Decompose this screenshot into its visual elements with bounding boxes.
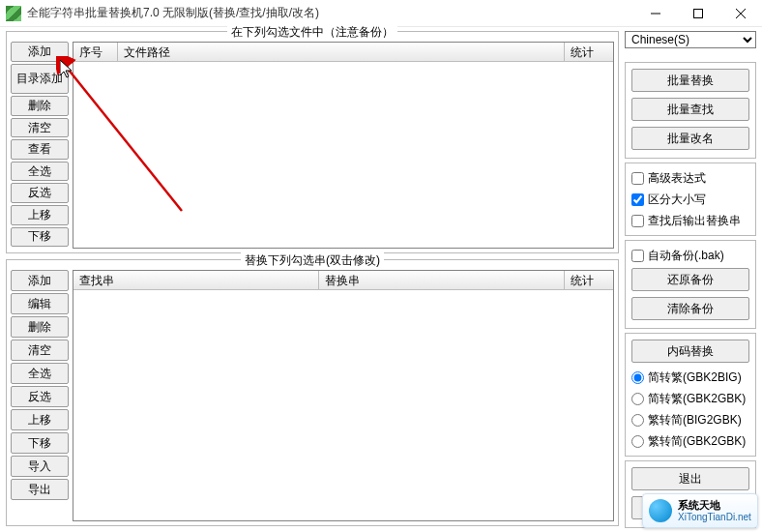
enc-big2gbk-radio[interactable]: 繁转简(BIG2GBK) <box>631 411 749 429</box>
string-button-stack: 添加 编辑 删除 清空 全选 反选 上移 下移 导入 导出 <box>11 270 69 521</box>
string-list-group: 替换下列勾选串(双击修改) 添加 编辑 删除 清空 全选 反选 上移 下移 导入… <box>6 259 619 526</box>
auto-backup-label: 自动备份(.bak) <box>648 248 724 264</box>
file-col-stats[interactable]: 统计 <box>565 43 613 62</box>
language-select[interactable]: Chinese(S) <box>625 31 756 48</box>
enc-big2gbk-input[interactable] <box>631 414 644 427</box>
file-add-button[interactable]: 添加 <box>11 42 69 62</box>
string-grid[interactable]: 查找串 替换串 统计 <box>73 270 614 521</box>
file-move-up-button[interactable]: 上移 <box>11 205 69 225</box>
enc-gbk2big-label: 简转繁(GBK2BIG) <box>648 369 742 386</box>
options-group: 高级表达式 区分大小写 查找后输出替换串 <box>625 163 756 236</box>
enc-gbk2gbk-radio[interactable]: 简转繁(GBK2GBK) <box>631 390 749 407</box>
string-move-down-button[interactable]: 下移 <box>11 432 69 454</box>
string-edit-button[interactable]: 编辑 <box>11 293 69 314</box>
string-grid-body[interactable] <box>73 290 613 520</box>
string-clear-button[interactable]: 清空 <box>11 340 69 361</box>
output-after-search-label: 查找后输出替换串 <box>648 213 741 229</box>
enc-gbk2gbk2-radio[interactable]: 繁转简(GBK2GBK) <box>631 432 749 450</box>
enc-gbk2gbk-label: 简转繁(GBK2GBK) <box>648 391 746 407</box>
watermark-badge: 系统天地 XiTongTianDi.net <box>642 493 758 528</box>
string-export-button[interactable]: 导出 <box>11 479 69 500</box>
file-grid[interactable]: 序号 文件路径 统计 <box>73 42 614 249</box>
string-import-button[interactable]: 导入 <box>11 456 69 477</box>
app-icon <box>6 6 21 21</box>
file-add-dir-button[interactable]: 目录添加 <box>11 64 69 95</box>
file-list-legend: 在下列勾选文件中（注意备份） <box>227 24 397 41</box>
backup-group: 自动备份(.bak) 还原备份 清除备份 <box>625 240 756 329</box>
enc-gbk2gbk2-input[interactable] <box>631 435 644 448</box>
adv-regex-input[interactable] <box>631 172 644 185</box>
close-button[interactable] <box>719 0 762 27</box>
file-move-down-button[interactable]: 下移 <box>11 227 69 248</box>
batch-search-button[interactable]: 批量查找 <box>631 98 749 121</box>
watermark-icon <box>649 499 672 522</box>
file-grid-body[interactable] <box>73 62 613 248</box>
string-col-search[interactable]: 查找串 <box>73 271 319 290</box>
string-grid-header: 查找串 替换串 统计 <box>73 271 613 290</box>
clear-backup-button[interactable]: 清除备份 <box>631 297 749 320</box>
batch-actions-group: 批量替换 批量查找 批量改名 <box>625 62 756 159</box>
file-clear-button[interactable]: 清空 <box>11 118 69 138</box>
svg-rect-1 <box>694 10 703 18</box>
output-after-search-checkbox[interactable]: 查找后输出替换串 <box>631 212 749 229</box>
adv-regex-label: 高级表达式 <box>648 170 706 187</box>
titlebar: 全能字符串批量替换机7.0 无限制版(替换/查找/抽取/改名) <box>0 0 762 27</box>
string-delete-button[interactable]: 删除 <box>11 316 69 338</box>
file-button-stack: 添加 目录添加 删除 清空 查看 全选 反选 上移 下移 <box>11 42 69 249</box>
adv-regex-checkbox[interactable]: 高级表达式 <box>631 169 749 187</box>
enc-big2gbk-label: 繁转简(BIG2GBK) <box>648 412 742 429</box>
batch-replace-button[interactable]: 批量替换 <box>631 69 749 92</box>
output-after-search-input[interactable] <box>631 215 644 227</box>
window-controls <box>634 0 762 26</box>
file-list-group: 在下列勾选文件中（注意备份） 添加 目录添加 删除 清空 查看 全选 反选 上移… <box>6 31 619 253</box>
batch-rename-button[interactable]: 批量改名 <box>631 127 749 150</box>
string-invert-button[interactable]: 反选 <box>11 386 69 407</box>
auto-backup-checkbox[interactable]: 自动备份(.bak) <box>631 247 749 264</box>
enc-gbk2gbk-input[interactable] <box>631 393 644 405</box>
auto-backup-input[interactable] <box>631 250 644 262</box>
enc-gbk2big-input[interactable] <box>631 371 644 384</box>
file-col-index[interactable]: 序号 <box>73 43 118 62</box>
string-move-up-button[interactable]: 上移 <box>11 409 69 430</box>
string-select-all-button[interactable]: 全选 <box>11 363 69 384</box>
encoding-group: 内码替换 简转繁(GBK2BIG) 简转繁(GBK2GBK) 繁转简(BIG2G… <box>625 333 756 457</box>
watermark-line2: XiTongTianDi.net <box>678 512 751 522</box>
string-col-stats[interactable]: 统计 <box>565 271 613 290</box>
enc-gbk2gbk2-label: 繁转简(GBK2GBK) <box>648 433 746 450</box>
maximize-button[interactable] <box>677 0 719 27</box>
file-grid-header: 序号 文件路径 统计 <box>73 43 613 62</box>
minimize-button[interactable] <box>634 0 677 27</box>
window-title: 全能字符串批量替换机7.0 无限制版(替换/查找/抽取/改名) <box>27 5 634 21</box>
string-list-legend: 替换下列勾选串(双击修改) <box>241 252 384 269</box>
string-add-button[interactable]: 添加 <box>11 270 69 291</box>
case-sensitive-checkbox[interactable]: 区分大小写 <box>631 191 749 208</box>
case-sensitive-label: 区分大小写 <box>648 192 706 208</box>
file-view-button[interactable]: 查看 <box>11 139 69 160</box>
case-sensitive-input[interactable] <box>631 193 644 206</box>
file-select-all-button[interactable]: 全选 <box>11 162 69 182</box>
file-col-path[interactable]: 文件路径 <box>118 43 565 62</box>
encoding-replace-button[interactable]: 内码替换 <box>631 340 749 363</box>
restore-backup-button[interactable]: 还原备份 <box>631 268 749 291</box>
file-delete-button[interactable]: 删除 <box>11 96 69 116</box>
watermark-line1: 系统天地 <box>678 499 751 511</box>
enc-gbk2big-radio[interactable]: 简转繁(GBK2BIG) <box>631 369 749 386</box>
file-invert-button[interactable]: 反选 <box>11 183 69 203</box>
exit-button[interactable]: 退出 <box>631 467 749 490</box>
side-panel: Chinese(S) 批量替换 批量查找 批量改名 高级表达式 区分大小写 查找… <box>625 31 756 526</box>
string-col-replace[interactable]: 替换串 <box>319 271 565 290</box>
